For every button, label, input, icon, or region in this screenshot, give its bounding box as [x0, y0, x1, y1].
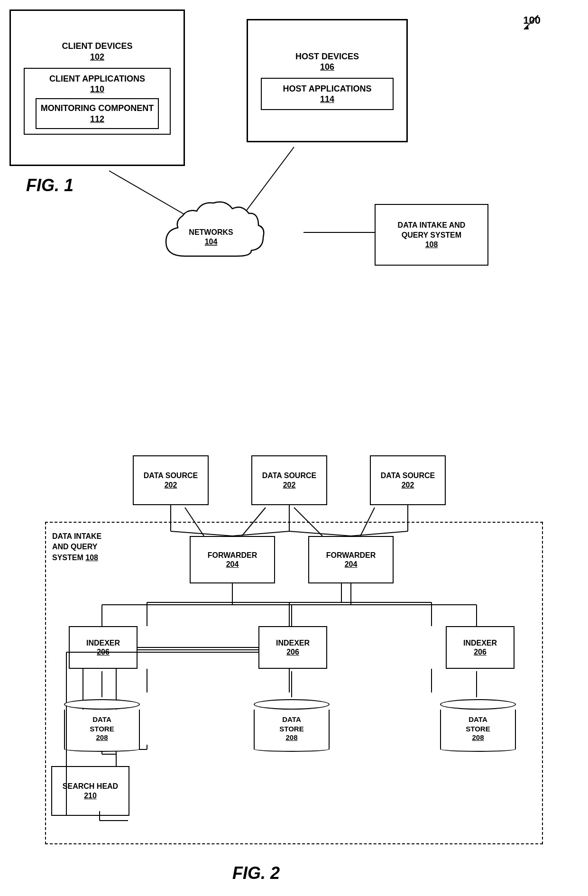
ds1-label: DATA SOURCE [144, 471, 198, 481]
idx1-label: INDEXER [86, 638, 120, 648]
fwd1-label: FORWARDER [208, 551, 257, 561]
data-store-1-cylinder: DATASTORE 208 [64, 695, 140, 752]
monitoring-component-box: MONITORING COMPONENT 112 [36, 98, 159, 129]
data-intake-label-fig1: DATA INTAKE ANDQUERY SYSTEM [398, 221, 466, 240]
client-app-number: 110 [90, 84, 104, 94]
host-app-label: HOST APPLICATIONS [283, 83, 371, 94]
client-devices-number: 102 [90, 52, 104, 62]
indexer-2-box: INDEXER 206 [258, 626, 327, 669]
ds2-number: 202 [283, 481, 296, 490]
client-devices-label: CLIENT DEVICES [62, 41, 132, 52]
cloud-svg: NETWORKS 104 [156, 194, 266, 270]
client-devices-box: CLIENT DEVICES 102 CLIENT APPLICATIONS 1… [9, 9, 185, 166]
indexer-1-box: INDEXER 206 [69, 626, 138, 669]
forwarder-1-box: FORWARDER 204 [190, 536, 275, 583]
host-devices-label: HOST DEVICES [295, 51, 359, 62]
indexer-3-box: INDEXER 206 [446, 626, 514, 669]
networks-cloud: NETWORKS 104 [156, 194, 266, 272]
client-applications-box: CLIENT APPLICATIONS 110 MONITORING COMPO… [24, 68, 171, 135]
idx3-label: INDEXER [463, 638, 497, 648]
diagram-container: 100 CLIENT DEVICES 102 CLIENT APPLICATIO… [0, 0, 588, 896]
monitoring-label: MONITORING COMPONENT [41, 103, 154, 114]
host-devices-number: 106 [320, 62, 334, 72]
fwd2-number: 204 [345, 560, 358, 569]
data-source-3-box: DATA SOURCE 202 [370, 455, 446, 505]
data-store-3-cylinder: DATASTORE 208 [440, 695, 516, 752]
fwd2-label: FORWARDER [326, 551, 376, 561]
search-head-number: 210 [84, 792, 97, 800]
fig2-label: FIG. 2 [232, 863, 280, 883]
client-app-label: CLIENT APPLICATIONS [49, 74, 145, 84]
search-head-label: SEARCH HEAD [63, 782, 118, 792]
ds2-label: DATA SOURCE [262, 471, 316, 481]
svg-text:NETWORKS: NETWORKS [189, 228, 233, 236]
svg-text:104: 104 [205, 238, 218, 246]
data-source-1-box: DATA SOURCE 202 [133, 455, 209, 505]
data-store-2-cylinder: DATASTORE 208 [254, 695, 330, 752]
data-intake-number-fig1: 108 [425, 240, 438, 249]
ref-arrow [514, 10, 543, 34]
host-app-number: 114 [320, 94, 334, 104]
host-applications-box: HOST APPLICATIONS 114 [261, 78, 394, 110]
ds1-number: 202 [165, 481, 177, 490]
idx2-label: INDEXER [276, 638, 310, 648]
ds3-number: 202 [402, 481, 414, 490]
search-head-box: SEARCH HEAD 210 [51, 766, 129, 816]
system-label: DATA INTAKEAND QUERYSYSTEM 108 [52, 531, 101, 563]
idx2-number: 206 [286, 648, 299, 656]
idx1-number: 206 [97, 648, 110, 656]
monitoring-number: 112 [90, 114, 104, 124]
ds3-label: DATA SOURCE [381, 471, 435, 481]
data-source-2-box: DATA SOURCE 202 [251, 455, 327, 505]
fwd1-number: 204 [226, 560, 239, 569]
data-intake-box-fig1: DATA INTAKE ANDQUERY SYSTEM 108 [375, 204, 488, 266]
fig1-label: FIG. 1 [26, 176, 74, 195]
idx3-number: 206 [474, 648, 487, 656]
forwarder-2-box: FORWARDER 204 [308, 536, 394, 583]
host-devices-box: HOST DEVICES 106 HOST APPLICATIONS 114 [247, 19, 408, 142]
